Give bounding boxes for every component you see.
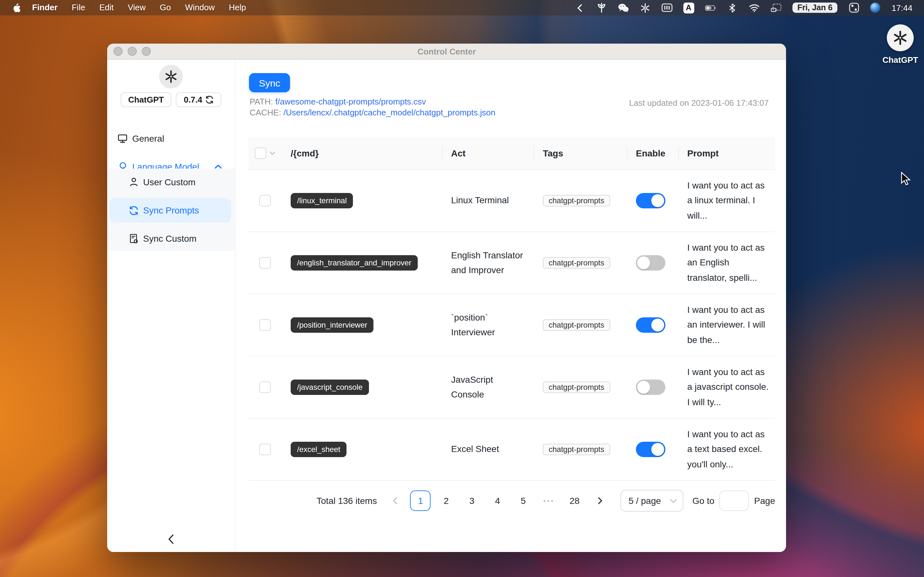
pagination-page-28[interactable]: 28 — [564, 490, 585, 511]
cache-link[interactable]: /Users/lencx/.chatgpt/cache_model/chatgp… — [284, 107, 495, 117]
column-header-act[interactable]: Act — [442, 137, 534, 169]
window-titlebar[interactable]: Control Center — [107, 44, 786, 60]
pagination-page-5[interactable]: 5 — [513, 490, 533, 511]
sidebar-item-label: User Custom — [143, 177, 195, 187]
page-size-value: 5 / page — [628, 496, 661, 506]
refresh-icon[interactable] — [206, 95, 214, 104]
menubar-go[interactable]: Go — [153, 0, 178, 15]
screenshot-root: Finder File Edit View Go Window Help A — [0, 0, 924, 577]
input-a-icon[interactable]: A — [683, 2, 694, 13]
pagination-page-1[interactable]: 1 — [410, 490, 431, 511]
sidebar: ChatGPT 0.7.4 General — [107, 60, 236, 552]
last-updated-text: Last updated on 2023-01-06 17:43:07 — [629, 98, 769, 108]
pagination: Total 136 items 12345•••28 5 / page Go t… — [248, 490, 775, 511]
page-numbers: 12345•••28 — [410, 490, 585, 511]
menubar-help[interactable]: Help — [222, 0, 253, 15]
version-badge[interactable]: 0.7.4 — [176, 92, 222, 107]
table-body: /linux_terminal Linux Terminal chatgpt-p… — [248, 170, 775, 481]
path-label: PATH: — [250, 97, 273, 106]
row-tag: chatgpt-prompts — [543, 257, 610, 269]
row-prompt: I want you to act as an interviewer. I w… — [678, 303, 775, 348]
row-prompt: I want you to act as a linux terminal. I… — [678, 179, 775, 223]
enable-switch[interactable] — [636, 442, 666, 457]
sidebar-item-label: Sync Prompts — [143, 205, 199, 215]
battery-charging-icon[interactable] — [705, 2, 716, 13]
sidebar-item-sync-custom[interactable]: Sync Custom — [107, 229, 235, 247]
chatgpt-desktop-icon[interactable]: ChatGPT — [880, 24, 920, 65]
row-checkbox[interactable] — [259, 195, 271, 206]
menubar-app-name[interactable]: Finder — [25, 0, 65, 15]
selection-dropdown-icon[interactable] — [270, 151, 275, 155]
apple-icon[interactable] — [11, 3, 21, 13]
column-header-enable[interactable]: Enable — [627, 137, 678, 169]
plant-icon[interactable] — [596, 2, 607, 13]
pagination-ellipsis[interactable]: ••• — [539, 490, 559, 511]
sidebar-item-user-custom[interactable]: User Custom — [107, 173, 235, 191]
goto-page-input[interactable] — [720, 490, 749, 511]
openai-icon[interactable] — [640, 2, 650, 13]
row-tag: chatgpt-prompts — [543, 195, 610, 206]
version-label: 0.7.4 — [184, 95, 202, 105]
page-word-label: Page — [754, 496, 775, 506]
chevron-left-icon[interactable] — [574, 2, 585, 13]
select-all-checkbox[interactable] — [255, 147, 266, 159]
main-panel: Sync PATH: f/awesome-chatgpt-prompts/pro… — [236, 60, 786, 552]
row-checkbox[interactable] — [259, 382, 271, 393]
row-prompt: I want you to act as an English translat… — [678, 241, 775, 285]
column-header-prompt[interactable]: Prompt — [678, 137, 775, 169]
column-header-cmd[interactable]: /{cmd} — [282, 137, 442, 169]
enable-switch[interactable] — [636, 193, 666, 208]
column-header-tags[interactable]: Tags — [534, 137, 627, 169]
pagination-next-button[interactable] — [590, 490, 611, 511]
pagination-total: Total 136 items — [317, 496, 377, 506]
menubar-time[interactable]: 17:44 — [892, 3, 913, 13]
pagination-page-4[interactable]: 4 — [487, 490, 508, 511]
sidebar-item-label: General — [132, 133, 164, 143]
row-tag: chatgpt-prompts — [543, 319, 610, 331]
row-checkbox[interactable] — [259, 257, 271, 269]
control-center-window: Control Center ChatGPT 0.7.4 — [107, 44, 786, 552]
row-checkbox[interactable] — [259, 444, 271, 455]
row-checkbox[interactable] — [259, 319, 271, 331]
globe-icon[interactable] — [871, 3, 881, 13]
row-act: JavaScript Console — [442, 372, 534, 402]
wifi-icon[interactable] — [748, 2, 759, 13]
pagination-page-2[interactable]: 2 — [436, 490, 457, 511]
prompts-table: /{cmd} Act Tags Enable Prompt /linux_ter… — [248, 137, 775, 481]
sync-button[interactable]: Sync — [249, 73, 290, 92]
bluetooth-icon[interactable] — [727, 2, 738, 13]
page-size-select[interactable]: 5 / page — [621, 490, 683, 512]
menubar-view[interactable]: View — [121, 0, 153, 15]
app-name-badge[interactable]: ChatGPT — [120, 92, 171, 107]
collapse-sidebar-button[interactable] — [164, 532, 178, 546]
menubar-file[interactable]: File — [65, 0, 92, 15]
cache-label: CACHE: — [250, 107, 281, 117]
path-link[interactable]: f/awesome-chatgpt-prompts/prompts.csv — [275, 97, 426, 106]
menubar-edit[interactable]: Edit — [92, 0, 121, 15]
row-prompt: I want you to act as a text based excel.… — [678, 427, 775, 472]
control-center-icon[interactable] — [849, 2, 859, 13]
row-cmd: /english_translator_and_improver — [291, 255, 418, 271]
display-mirror-icon[interactable] — [771, 2, 781, 13]
row-act: English Translator and Improver — [442, 248, 534, 277]
table-row: /javascript_console JavaScript Console c… — [248, 356, 775, 419]
sidebar-item-sync-prompts[interactable]: Sync Prompts — [110, 198, 231, 222]
sidebar-item-general[interactable]: General — [107, 129, 235, 147]
enable-switch[interactable] — [636, 318, 666, 333]
row-act: `position` Interviewer — [442, 310, 534, 340]
row-tag: chatgpt-prompts — [543, 382, 610, 393]
menubar-date[interactable]: Fri, Jan 6 — [792, 3, 838, 13]
row-cmd: /excel_sheet — [291, 442, 347, 457]
enable-switch[interactable] — [636, 380, 666, 395]
path-info: PATH: f/awesome-chatgpt-prompts/prompts.… — [250, 97, 495, 118]
enable-switch[interactable] — [636, 255, 666, 271]
tuner-icon[interactable] — [661, 2, 672, 13]
menubar-window[interactable]: Window — [178, 0, 222, 15]
mouse-cursor — [901, 172, 912, 190]
chevron-down-icon — [670, 498, 677, 503]
wechat-icon[interactable] — [618, 2, 628, 13]
document-sync-icon — [128, 234, 139, 243]
table-row: /linux_terminal Linux Terminal chatgpt-p… — [248, 170, 775, 232]
pagination-page-3[interactable]: 3 — [462, 490, 482, 511]
pagination-prev-button[interactable] — [384, 490, 405, 511]
